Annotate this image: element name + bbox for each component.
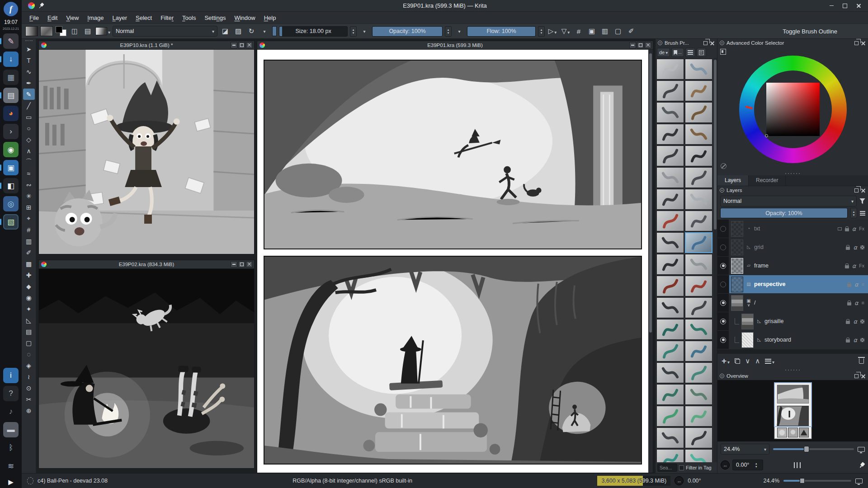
brush-preset[interactable] [656, 211, 684, 231]
layer-opacity-slider[interactable]: Opacity: 100% [720, 208, 848, 218]
close-button[interactable] [246, 42, 253, 48]
layer-row-storyboard[interactable]: ◺storyboardα [717, 331, 868, 349]
freehand-selection-tool[interactable]: ≀ [23, 371, 35, 382]
alpha-lock-icon[interactable]: α [854, 282, 859, 287]
expand-chevron-icon[interactable]: ∨ [747, 303, 750, 307]
brush-preset[interactable] [685, 145, 712, 166]
reference-images-tool[interactable]: ▤ [23, 326, 35, 337]
menu-layer[interactable]: Layer [108, 13, 131, 23]
menu-image[interactable]: Image [83, 13, 108, 23]
split-view-button[interactable]: ▥ [599, 26, 610, 37]
close-docker-icon[interactable] [861, 41, 866, 46]
reload-preset-button[interactable]: ↻ [246, 26, 257, 37]
close-docker-icon[interactable] [861, 188, 866, 193]
rotation-spinner[interactable]: ▴▾ [753, 461, 760, 469]
rectangle-tool[interactable]: ▭ [23, 111, 35, 122]
lock-docker-icon[interactable] [720, 188, 724, 192]
minimize-button[interactable] [231, 261, 237, 267]
brush-preset[interactable] [685, 124, 712, 145]
filter-funnel-icon[interactable] [859, 198, 865, 204]
tab-layers[interactable]: Layers [717, 175, 749, 186]
brush-preset[interactable] [656, 124, 684, 145]
alpha-lock-icon[interactable]: α [852, 226, 856, 232]
tag-bookmark-button[interactable]: ... [671, 48, 684, 57]
multibrush-tool[interactable]: ✳ [23, 190, 35, 202]
file-manager-icon[interactable]: ▤ [3, 88, 19, 103]
color-selector-area[interactable] [717, 47, 868, 172]
brush-preset[interactable] [685, 276, 712, 296]
transform-tool[interactable]: ⊞ [23, 202, 35, 213]
select-shapes-tool[interactable]: ➤ [23, 43, 35, 55]
fx-icon[interactable]: Fx [859, 263, 864, 268]
float-docker-icon[interactable] [854, 374, 859, 378]
web-browser-icon[interactable]: ◎ [3, 196, 19, 211]
brush-preset[interactable] [685, 384, 712, 405]
layer-row-perspective[interactable]: ▤perspectiveα≡ [717, 275, 868, 294]
preserve-alpha-button[interactable]: ▨ [233, 26, 244, 37]
flow-spinner[interactable]: ▴▾ [538, 26, 545, 37]
polyline-tool[interactable]: ∧ [23, 145, 35, 156]
chevron-down-icon[interactable] [454, 26, 465, 37]
brush-preset[interactable] [656, 297, 684, 318]
brush-preset[interactable] [656, 145, 684, 166]
terminal-icon[interactable]: › [3, 124, 19, 139]
layer-row-frame[interactable]: ▱frameαFx [717, 257, 868, 275]
minimize-button[interactable] [629, 42, 636, 48]
rotation-dial[interactable] [675, 476, 684, 485]
layer-visibility-toggle[interactable] [717, 257, 729, 275]
brush-preset[interactable] [656, 427, 684, 448]
krita-app-icon[interactable]: ✎ [3, 33, 19, 49]
delete-layer-button[interactable] [859, 358, 864, 364]
layer-visibility-toggle[interactable] [717, 331, 729, 349]
brush-preset[interactable] [685, 362, 712, 383]
passthrough-icon[interactable]: ≡ [862, 300, 864, 305]
brush-preset[interactable] [656, 167, 684, 188]
brush-preset[interactable] [685, 102, 712, 123]
layer-visibility-toggle[interactable] [717, 220, 729, 238]
enclose-fill-tool[interactable]: ◉ [23, 292, 35, 303]
minimize-button[interactable] [828, 3, 835, 9]
brush-preset[interactable] [656, 341, 684, 361]
rectangular-selection-tool[interactable]: ▢ [23, 337, 35, 348]
pin-icon[interactable] [858, 461, 866, 469]
fit-to-view-icon[interactable] [855, 479, 863, 483]
close-button[interactable] [855, 3, 862, 9]
gradient-tool[interactable]: ▥ [23, 235, 35, 247]
chromium-icon[interactable]: ◉ [3, 142, 19, 157]
brush-preset[interactable] [685, 406, 712, 427]
rotation-dial[interactable] [721, 460, 730, 469]
brush-preset[interactable] [685, 189, 712, 210]
opacity-slider[interactable]: Opacity: 100% [372, 26, 443, 37]
brush-preset[interactable] [685, 232, 712, 253]
brush-preset[interactable] [685, 167, 712, 188]
eyedropper-icon[interactable]: ✐ [626, 26, 637, 37]
size-spinner[interactable]: ▴▾ [350, 26, 357, 37]
maximize-button[interactable] [238, 261, 245, 267]
brush-size-slider[interactable]: Size: 18.00 px [279, 26, 348, 37]
rotation-spinbox[interactable]: 0.00°▴▾ [732, 460, 763, 470]
gradient-chooser-button[interactable] [25, 26, 38, 36]
zoom-slider[interactable] [773, 448, 854, 450]
presentation-play-icon[interactable]: ▶ [8, 478, 14, 486]
lock-docker-icon[interactable] [658, 41, 662, 45]
brush-preset[interactable] [685, 80, 712, 101]
brush-preset[interactable] [656, 232, 684, 253]
workspace-chooser-button[interactable]: ◫ [69, 26, 80, 37]
menu-tools[interactable]: Tools [178, 13, 200, 23]
minimize-button[interactable] [231, 42, 237, 48]
downloads-icon[interactable]: ↓ [3, 52, 19, 67]
toggle-brush-outline-label[interactable]: Toggle Brush Outline [783, 28, 864, 35]
filter-in-tag-checkbox[interactable] [679, 465, 684, 470]
layer-options-icon[interactable] [860, 211, 865, 216]
chevron-down-icon[interactable] [259, 26, 270, 37]
bezier-selection-tool[interactable]: ✂ [23, 394, 35, 405]
flow-slider[interactable]: Flow: 100% [467, 26, 536, 37]
view-mode-button[interactable] [697, 48, 706, 57]
brush-preset[interactable] [656, 80, 684, 101]
close-docker-icon[interactable] [710, 41, 715, 46]
lock-icon[interactable] [845, 228, 849, 231]
canvas-e39p02[interactable] [39, 269, 254, 468]
line-tool[interactable]: ╱ [23, 100, 35, 111]
inherit-alpha-icon[interactable] [860, 245, 864, 249]
text-tool[interactable]: T [23, 55, 35, 66]
